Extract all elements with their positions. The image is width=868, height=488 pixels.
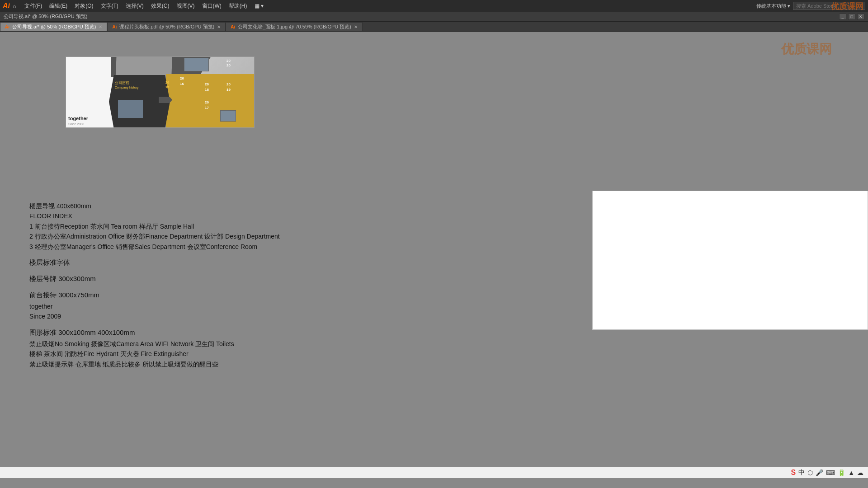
floor-index-3: 3 经理办公室Manager's Office 销售部Sales Departm… (29, 242, 368, 252)
taskbar-s-icon[interactable]: S (791, 469, 796, 477)
title-bar: 公司导视.ai* @ 50% (RGB/GPU 预览) _ □ ✕ (0, 12, 868, 22)
menu-view[interactable]: 视图(V) (173, 1, 198, 11)
right-white-box-1 (592, 191, 868, 330)
search-input[interactable] (793, 2, 865, 10)
since-label: Since 2009 (29, 311, 368, 321)
tab-icon-0: Ai (5, 24, 9, 29)
photo-bottom-right (220, 110, 236, 122)
year-2017: 2017 (205, 100, 209, 111)
menu-bar: Ai ⌂ 文件(F) 编辑(E) 对象(O) 文字(T) 选择(V) 效果(C)… (0, 0, 868, 12)
tab-close-2[interactable]: ✕ (354, 24, 358, 29)
tab-label-1: 课程片头模板.pdf @ 50% (RGB/GPU 预览) (119, 23, 214, 30)
menu-help[interactable]: 帮助(H) (225, 1, 251, 11)
shape-arrow (159, 97, 172, 103)
floor-index-2: 2 行政办公室Administration Office 财务部Finance … (29, 231, 368, 241)
maximize-button[interactable]: □ (848, 14, 855, 20)
menu-text[interactable]: 文字(T) (97, 1, 122, 11)
tab-close-0[interactable]: ✕ (99, 24, 102, 29)
workspace-label[interactable]: 传统基本功能 ▾ (756, 3, 790, 9)
tab-icon-2: Ai (231, 24, 235, 29)
floor-sign-block: 楼层号牌 300x300mm (29, 273, 368, 284)
design-preview: 2020 2016 2018 2019 2017 2015 公司历程 Compa… (66, 56, 255, 128)
design-preview-container: 2020 2016 2018 2019 2017 2015 公司历程 Compa… (66, 56, 255, 137)
std-font-label: 楼层标准字体 (29, 257, 368, 268)
floor-guide-title: 楼层导视 400x600mm (29, 201, 368, 211)
minimize-button[interactable]: _ (839, 14, 846, 20)
tab-0[interactable]: Ai 公司导视.ai* @ 50% (RGB/GPU 预览) ✕ (0, 22, 107, 31)
std-font-block: 楼层标准字体 (29, 257, 368, 268)
menu-edit[interactable]: 编辑(E) (46, 1, 71, 11)
menu-window[interactable]: 窗口(W) (198, 1, 225, 11)
tab-2[interactable]: Ai 公司文化墙_面板 1.jpg @ 70.59% (RGB/GPU 预览) … (226, 22, 363, 31)
window-controls[interactable]: _ □ ✕ (839, 14, 864, 20)
document-title: 公司导视.ai* @ 50% (RGB/GPU 预览) (4, 13, 87, 20)
photo-top-right (184, 58, 209, 71)
tab-close-1[interactable]: ✕ (217, 24, 221, 29)
menu-effect[interactable]: 效果(C) (147, 1, 173, 11)
graphic-std-sub1: 禁止吸烟No Smoking 摄像区域Camera Area WIFI Netw… (29, 339, 368, 349)
year-in-hex: 2015 (165, 80, 169, 89)
site-watermark: 优质课网 (781, 41, 832, 58)
menu-object[interactable]: 对象(O) (71, 1, 97, 11)
year-2020: 2020 (226, 59, 231, 68)
menu-select[interactable]: 选择(V) (122, 1, 147, 11)
shape-gold (166, 74, 254, 128)
reception-label: 前台接待 3000x750mm (29, 290, 368, 300)
since-text: Since 2008 (68, 122, 84, 126)
menu-right: 传统基本功能 ▾ (756, 2, 865, 10)
menu-file[interactable]: 文件(F) (21, 1, 46, 11)
graphic-std-sub3: 禁止吸烟提示牌 仓库重地 纸质品比较多 所以禁止吸烟要做的醒目些 (29, 359, 368, 369)
taskbar-icon-2[interactable]: ⬡ (807, 469, 813, 476)
floor-index-label: FLOOR INDEX (29, 211, 368, 221)
app-logo: Ai (3, 2, 10, 10)
graphic-std-block: 图形标准 300x100mm 400x100mm 禁止吸烟No Smoking … (29, 327, 368, 369)
taskbar-icon-7[interactable]: ☁ (857, 469, 863, 476)
year-2018: 2018 (205, 82, 209, 93)
taskbar-icon-5[interactable]: 🔋 (838, 469, 845, 476)
together-text: together (68, 116, 88, 121)
design-inner: 2020 2016 2018 2019 2017 2015 公司历程 Compa… (66, 57, 254, 127)
photo-in-hex (118, 100, 143, 118)
graphic-std-label: 图形标准 300x100mm 400x100mm (29, 327, 368, 338)
tab-label-2: 公司文化墙_面板 1.jpg @ 70.59% (RGB/GPU 预览) (238, 23, 351, 30)
canvas-area: 2020 2016 2018 2019 2017 2015 公司历程 Compa… (0, 32, 868, 478)
reception-block: 前台接待 3000x750mm together Since 2009 (29, 290, 368, 322)
tab-1[interactable]: Ai 课程片头模板.pdf @ 50% (RGB/GPU 预览) ✕ (107, 22, 226, 31)
close-button[interactable]: ✕ (857, 14, 864, 20)
taskbar-icon-4[interactable]: ⌨ (826, 469, 835, 476)
home-icon[interactable]: ⌂ (13, 3, 16, 9)
tab-icon-1: Ai (112, 24, 117, 29)
floor-guide-block: 楼层导视 400x600mm FLOOR INDEX 1 前台接待Recepti… (29, 201, 368, 252)
tab-label-0: 公司导视.ai* @ 50% (RGB/GPU 预览) (12, 23, 96, 30)
floor-index-1: 1 前台接待Reception 茶水间 Tea room 样品厅 Sample … (29, 221, 368, 231)
menu-view-mode[interactable]: ▦ ▾ (251, 2, 267, 10)
text-content-area: 楼层导视 400x600mm FLOOR INDEX 1 前台接待Recepti… (29, 201, 368, 375)
company-cn-label: 公司历程 (115, 80, 129, 85)
company-en-label: Company history (115, 85, 139, 90)
taskbar-icon-3[interactable]: 🎤 (816, 469, 823, 476)
tab-bar: Ai 公司导视.ai* @ 50% (RGB/GPU 预览) ✕ Ai 课程片头… (0, 22, 868, 32)
year-2016: 2016 (180, 76, 184, 87)
together-label: together (29, 301, 368, 311)
taskbar-icon-1[interactable]: 中 (798, 469, 805, 477)
right-white-box-2 (592, 369, 868, 398)
year-2019: 2019 (226, 82, 231, 93)
taskbar-icon-6[interactable]: ▲ (848, 469, 854, 476)
taskbar: S 中 ⬡ 🎤 ⌨ 🔋 ▲ ☁ (0, 467, 868, 478)
floor-sign-label: 楼层号牌 300x300mm (29, 273, 368, 284)
graphic-std-sub2: 楼梯 茶水间 消防栓Fire Hydrant 灭火器 Fire Extingui… (29, 349, 368, 359)
